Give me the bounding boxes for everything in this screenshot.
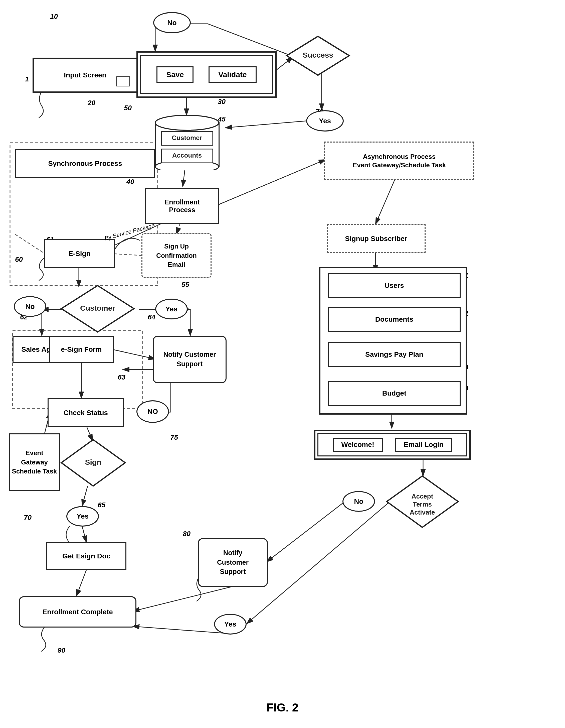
label-75: 75 bbox=[170, 433, 178, 441]
svg-line-5 bbox=[225, 120, 314, 128]
svg-text:Sign: Sign bbox=[85, 458, 101, 466]
label-55: 55 bbox=[182, 281, 189, 289]
label-60: 60 bbox=[15, 256, 23, 264]
label-90: 90 bbox=[58, 646, 65, 654]
label-20: 20 bbox=[88, 99, 95, 107]
label-65: 65 bbox=[98, 501, 105, 509]
event-gateway-node: EventGatewaySchedule Task bbox=[9, 433, 60, 491]
notify-cs1-node: Notify CustomerSupport bbox=[153, 336, 227, 383]
label-80: 80 bbox=[183, 530, 191, 538]
enrollment-process-node: EnrollmentProcess bbox=[145, 188, 219, 224]
label-1: 1 bbox=[25, 75, 29, 83]
svg-line-10 bbox=[375, 178, 395, 224]
svg-line-22 bbox=[82, 486, 88, 506]
check-status-node: Check Status bbox=[48, 398, 124, 427]
async-process-node: Asynchronous ProcessEvent Gateway/Schedu… bbox=[324, 142, 474, 180]
svg-text:Customer: Customer bbox=[80, 304, 115, 312]
signup-email-node: Sign UpConfirmationEmail bbox=[142, 233, 212, 278]
customer-diamond: Customer bbox=[60, 284, 135, 333]
savings-pay-plan-node: Savings Pay Plan bbox=[328, 342, 461, 367]
label-63: 63 bbox=[118, 373, 125, 381]
success-diamond: Success bbox=[285, 35, 350, 76]
save-button-shape: Save bbox=[157, 66, 194, 83]
no-62-oval: No bbox=[14, 296, 46, 317]
esign-node: E-Sign bbox=[44, 239, 115, 268]
yes-accept-oval: Yes bbox=[214, 614, 247, 635]
svg-line-24 bbox=[76, 570, 86, 596]
label-40: 40 bbox=[126, 178, 134, 186]
enrollment-complete-node: Enrollment Complete bbox=[19, 596, 137, 628]
customer-db-cylinder: Customer Accounts bbox=[153, 114, 222, 170]
email-login-shape: Email Login bbox=[395, 438, 452, 452]
diagram: 10 1 20 30 40 45 50 55 60 61 62 63 64 65… bbox=[0, 0, 565, 728]
label-50: 50 bbox=[124, 104, 132, 112]
documents-node: Documents bbox=[328, 307, 461, 332]
fig-title: FIG. 2 bbox=[267, 701, 298, 714]
signup-subscriber-node: Signup Subscriber bbox=[327, 224, 425, 253]
yes-65-oval: Yes bbox=[66, 506, 99, 527]
svg-text:Accept: Accept bbox=[411, 493, 433, 500]
esign-form-node: e-Sign Form bbox=[49, 336, 114, 363]
no-check-oval: NO bbox=[137, 400, 169, 423]
svg-text:Accounts: Accounts bbox=[172, 152, 202, 159]
svg-line-32 bbox=[133, 586, 234, 611]
users-node: Users bbox=[328, 273, 461, 298]
welcome-shape: Welcome! bbox=[333, 438, 383, 452]
validate-button-shape: Validate bbox=[209, 66, 256, 83]
svg-text:Terms: Terms bbox=[413, 501, 432, 508]
no-top-oval: No bbox=[153, 12, 191, 33]
synchronous-process-node: Synchronous Process bbox=[15, 149, 155, 178]
save-validate-node: Save Validate bbox=[137, 51, 277, 98]
svg-line-18 bbox=[113, 349, 155, 359]
label-70b: 70 bbox=[24, 514, 32, 522]
svg-line-12 bbox=[114, 254, 143, 256]
budget-node: Budget bbox=[328, 381, 461, 406]
welcome-email-node: Welcome! Email Login bbox=[314, 430, 471, 460]
input-screen-label: Input Screen bbox=[64, 71, 106, 79]
label-64: 64 bbox=[148, 313, 156, 321]
no-accept-oval: No bbox=[342, 491, 375, 512]
input-screen-node: Input Screen bbox=[33, 58, 138, 93]
yes-64-oval: Yes bbox=[155, 299, 188, 319]
notify-cs2-node: NotifyCustomerSupport bbox=[198, 538, 268, 587]
svg-line-35 bbox=[15, 234, 44, 253]
get-esign-doc-node: Get Esign Doc bbox=[46, 542, 126, 570]
svg-text:Customer: Customer bbox=[172, 134, 202, 142]
label-10: 10 bbox=[50, 13, 58, 21]
svg-text:Activate: Activate bbox=[409, 509, 435, 516]
svg-line-9 bbox=[218, 160, 325, 205]
services-container: Users Documents Savings Pay Plan Budget bbox=[319, 267, 467, 415]
svg-line-31 bbox=[247, 501, 390, 624]
yes-top-oval: Yes bbox=[306, 110, 344, 132]
svg-point-41 bbox=[155, 115, 219, 130]
svg-text:Success: Success bbox=[302, 51, 333, 59]
svg-line-30 bbox=[267, 501, 345, 562]
accept-terms-diamond: Accept Terms Activate bbox=[385, 475, 459, 529]
svg-line-23 bbox=[82, 526, 86, 542]
svg-line-8 bbox=[177, 223, 180, 234]
label-30: 30 bbox=[218, 98, 226, 106]
sign-diamond: Sign bbox=[60, 438, 126, 487]
